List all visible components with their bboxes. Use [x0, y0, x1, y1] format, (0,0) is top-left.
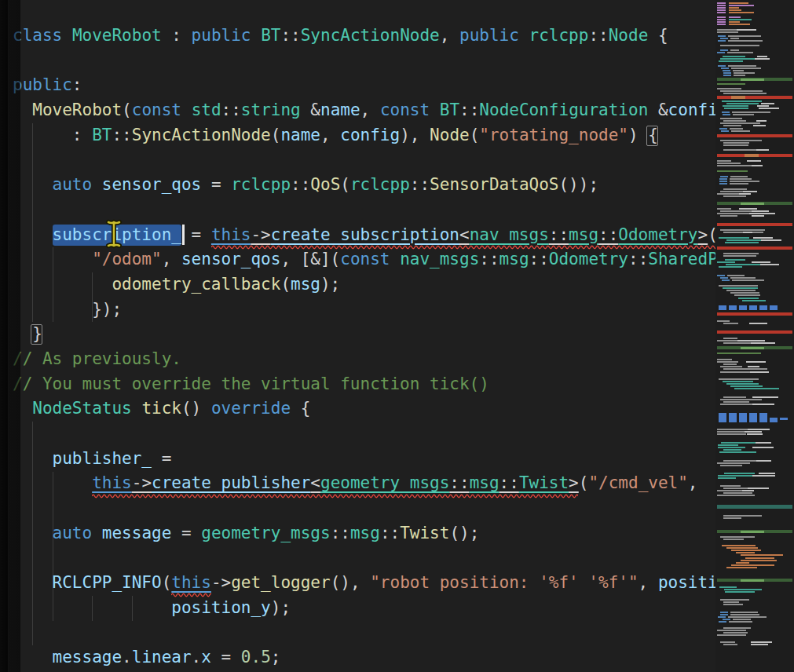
code-editor[interactable]: class MoveRobot : public BT::SyncActionN…: [0, 0, 715, 672]
minimap-line: [759, 108, 780, 109]
minimap-line: [721, 442, 755, 444]
minimap-line: [726, 547, 758, 549]
minimap-line: [728, 35, 760, 37]
minimap-line: [729, 621, 753, 623]
minimap-line: [728, 65, 756, 67]
minimap-line: [720, 536, 755, 538]
bracket-match-box: [646, 126, 658, 146]
minimap-line: [731, 130, 749, 132]
code-line: [13, 49, 715, 74]
minimap-line: [720, 122, 760, 124]
minimap-line: [720, 58, 758, 60]
code-line: odometry_callback(msg);: [13, 272, 715, 298]
minimap-line: [717, 21, 726, 23]
minimap-line: [723, 114, 730, 115]
minimap-line: [723, 253, 759, 254]
minimap-line: [717, 170, 748, 172]
minimap-line: [751, 641, 772, 643]
minimap-line: [729, 308, 737, 310]
minimap-line: [743, 191, 757, 192]
minimap-line: [749, 308, 757, 310]
minimap-line: [723, 75, 731, 76]
minimap-line: [732, 111, 771, 113]
minimap-line: [717, 193, 740, 195]
minimap-line: [725, 591, 754, 593]
minimap-line: [741, 560, 777, 561]
minimap-line: [717, 52, 725, 53]
minimap-line: [741, 554, 783, 556]
minimap-line: [717, 275, 725, 276]
minimap-line: [719, 586, 737, 588]
minimap-line: [723, 601, 739, 603]
minimap-line: [739, 420, 747, 422]
code-line: public:: [13, 73, 715, 98]
minimap-line: [717, 134, 792, 137]
minimap[interactable]: [715, 0, 794, 672]
minimap-line: [723, 604, 743, 605]
minimap-line: [723, 255, 756, 257]
minimap-line: [727, 52, 752, 53]
minimap-line: [723, 56, 745, 57]
minimap-line: [717, 361, 738, 363]
minimap-line: [730, 176, 748, 177]
minimap-line: [756, 120, 766, 122]
minimap-line: [723, 144, 748, 146]
code-line: }: [13, 322, 715, 347]
minimap-line: [756, 149, 768, 151]
minimap-line: [723, 93, 767, 94]
code-line: RCLCPP_INFO(this->get_logger(), "robot p…: [13, 571, 715, 596]
minimap-line: [759, 308, 767, 310]
minimap-line: [723, 492, 752, 494]
minimap-line: [736, 552, 755, 553]
minimap-line: [729, 16, 741, 18]
minimap-line: [730, 128, 743, 130]
minimap-line: [729, 5, 754, 6]
code-line: [13, 198, 715, 223]
minimap-line: [718, 40, 726, 42]
code-line: class MoveRobot : public BT::SyncActionN…: [13, 24, 715, 49]
minimap-line: [723, 619, 730, 620]
minimap-line: [718, 616, 726, 618]
minimap-line: [723, 368, 767, 370]
minimap-line: [752, 404, 774, 405]
minimap-line: [719, 285, 758, 287]
minimap-line: [733, 70, 744, 71]
minimap-line: [729, 7, 739, 9]
minimap-line: [723, 517, 741, 519]
minimap-line: [741, 531, 764, 533]
minimap-line: [730, 181, 759, 182]
code-line: // As previously.: [13, 347, 715, 372]
minimap-line: [742, 300, 766, 301]
minimap-line: [723, 449, 741, 451]
minimap-line: [723, 149, 757, 151]
minimap-line: [717, 261, 735, 263]
minimap-line: [717, 320, 730, 322]
minimap-line: [723, 125, 741, 126]
minimap-line: [717, 19, 726, 20]
minimap-line: [723, 381, 753, 382]
minimap-line: [751, 644, 769, 645]
minimap-line: [723, 142, 749, 144]
minimap-line: [747, 433, 763, 435]
minimap-line: [729, 9, 741, 11]
minimap-line: [720, 229, 765, 231]
minimap-line: [717, 7, 726, 9]
minimap-line: [723, 627, 751, 629]
minimap-line: [717, 352, 761, 354]
minimap-line: [741, 347, 764, 349]
editor-window: class MoveRobot : public BT::SyncActionN…: [0, 0, 794, 672]
minimap-line: [720, 612, 728, 613]
minimap-line: [724, 108, 748, 109]
minimap-line: [717, 429, 750, 430]
minimap-line: [723, 323, 738, 324]
minimap-line: [723, 401, 749, 403]
minimap-line: [739, 308, 747, 310]
minimap-line: [729, 12, 754, 13]
minimap-line: [723, 460, 756, 462]
minimap-line: [759, 420, 767, 422]
minimap-line: [731, 564, 774, 566]
minimap-line: [717, 505, 792, 509]
minimap-line: [721, 68, 729, 69]
minimap-line: [756, 442, 770, 444]
minimap-line: [730, 612, 758, 613]
